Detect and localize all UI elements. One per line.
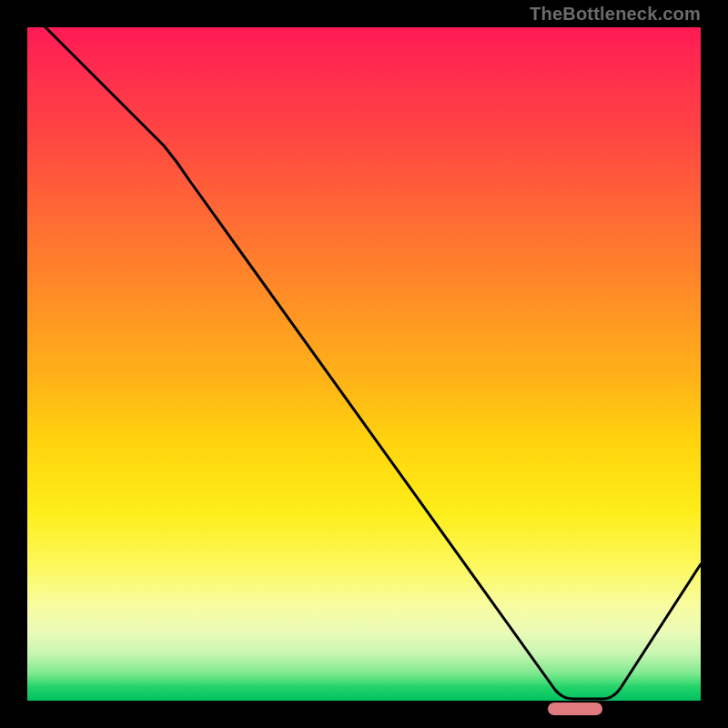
curve-path [27,9,701,699]
bottleneck-curve [27,27,701,701]
chart-stage: TheBottleneck.com [0,0,728,728]
watermark-text: TheBottleneck.com [530,4,701,25]
optimal-range-marker [548,703,602,715]
